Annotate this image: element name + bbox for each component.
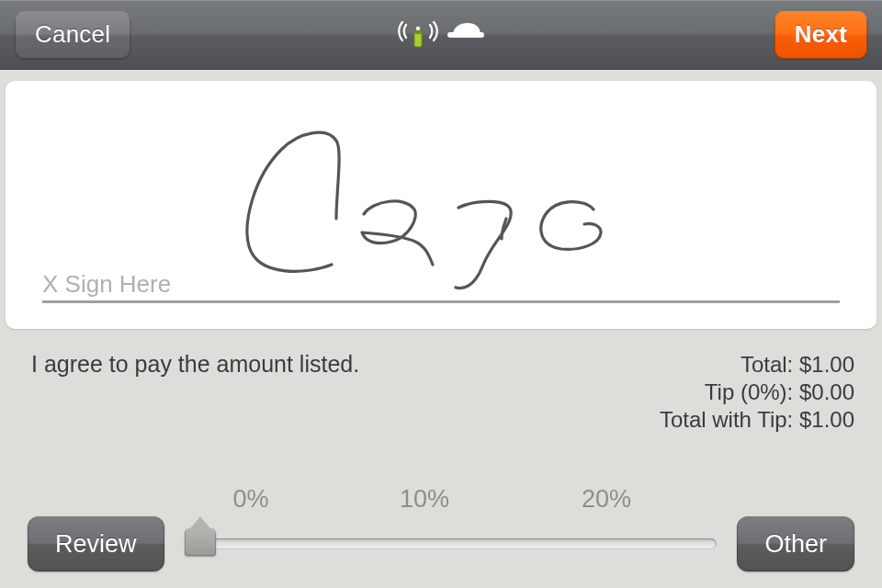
- signature-placeholder: X Sign Here: [42, 270, 840, 299]
- total-line: Total: $1.00: [660, 351, 854, 379]
- total-with-tip-line: Total with Tip: $1.00: [660, 406, 854, 434]
- tip-option-20: 20%: [582, 485, 631, 514]
- content-area: X Sign Here I agree to pay the amount li…: [0, 70, 882, 434]
- tip-option-10: 10%: [400, 485, 449, 514]
- topbar: Cancel Next: [0, 0, 882, 70]
- tip-slider-thumb[interactable]: [185, 528, 216, 556]
- svg-point-2: [416, 26, 420, 29]
- card-reader-icon: [447, 21, 484, 49]
- signature-line: [42, 300, 840, 303]
- tip-percent-labels: 0% 10% 20%: [28, 485, 854, 516]
- svg-rect-0: [414, 32, 422, 47]
- next-button[interactable]: Next: [775, 11, 867, 59]
- tip-slider-track: [185, 538, 718, 549]
- topbar-status-icons: [398, 19, 484, 51]
- totals-block: Total: $1.00 Tip (0%): $0.00 Total with …: [660, 351, 854, 434]
- wireless-icon: [398, 19, 438, 51]
- other-tip-button[interactable]: Other: [737, 516, 854, 571]
- tip-row: 0% 10% 20% Review Other: [0, 485, 882, 579]
- cancel-button[interactable]: Cancel: [15, 11, 130, 59]
- summary-row: I agree to pay the amount listed. Total:…: [0, 329, 882, 434]
- tip-slider[interactable]: [185, 527, 718, 560]
- review-button[interactable]: Review: [28, 516, 164, 571]
- signature-panel[interactable]: X Sign Here: [6, 81, 876, 329]
- agreement-text: I agree to pay the amount listed.: [31, 351, 359, 378]
- tip-option-0: 0%: [232, 485, 268, 514]
- tip-line: Tip (0%): $0.00: [660, 379, 854, 406]
